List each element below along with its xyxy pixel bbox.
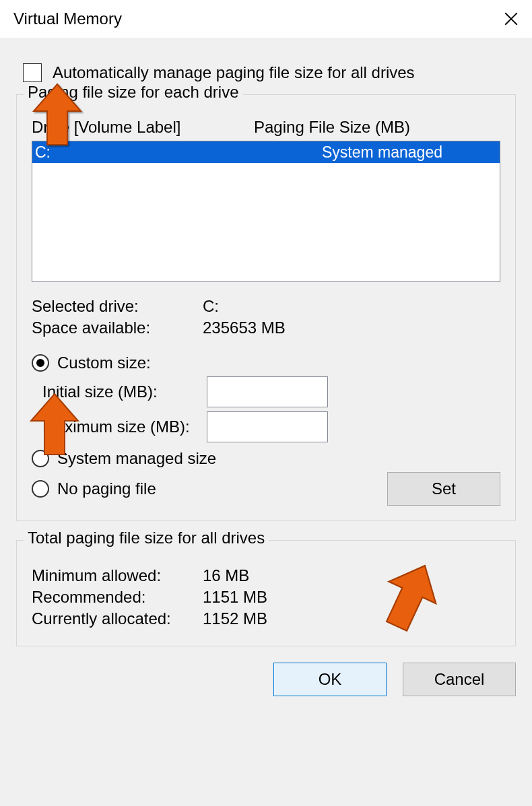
recommended-value: 1151 MB (203, 588, 500, 607)
custom-size-radio[interactable] (32, 354, 49, 372)
dialog-body: Automatically manage paging file size fo… (0, 38, 532, 806)
custom-size-label[interactable]: Custom size: (57, 354, 151, 372)
maximum-size-input[interactable] (207, 411, 328, 442)
no-paging-radio[interactable] (32, 480, 49, 498)
titlebar: Virtual Memory (0, 0, 532, 38)
space-available-value: 235653 MB (203, 318, 500, 337)
space-available-label: Space available: (32, 318, 203, 337)
initial-size-label: Initial size (MB): (32, 382, 207, 401)
recommended-label: Recommended: (32, 588, 203, 607)
drive-row-drive: C: (32, 141, 322, 163)
per-drive-legend: Paging file size for each drive (24, 83, 243, 102)
totals-legend: Total paging file size for all drives (24, 529, 269, 547)
system-managed-label[interactable]: System managed size (57, 449, 216, 468)
currently-allocated-label: Currently allocated: (32, 609, 203, 628)
no-paging-label[interactable]: No paging file (57, 479, 156, 498)
currently-allocated-value: 1152 MB (203, 609, 500, 628)
selected-drive-value: C: (203, 297, 500, 316)
auto-manage-label[interactable]: Automatically manage paging file size fo… (53, 63, 415, 82)
drive-header-col1: Drive [Volume Label] (32, 118, 254, 137)
per-drive-group: Paging file size for each drive Drive [V… (16, 94, 516, 521)
drive-list[interactable]: C: System managed (32, 141, 500, 282)
set-button[interactable]: Set (387, 472, 500, 506)
close-icon[interactable] (502, 10, 520, 28)
drive-header-col2: Paging File Size (MB) (254, 118, 500, 137)
initial-size-input[interactable] (207, 376, 328, 407)
cancel-button[interactable]: Cancel (403, 663, 516, 696)
min-allowed-label: Minimum allowed: (32, 566, 203, 585)
drive-row[interactable]: C: System managed (32, 141, 500, 163)
auto-manage-checkbox[interactable] (23, 63, 42, 82)
drive-row-size: System managed (322, 141, 500, 163)
system-managed-radio[interactable] (32, 450, 49, 467)
ok-button[interactable]: OK (273, 663, 387, 696)
maximum-size-label: Maximum size (MB): (32, 417, 207, 436)
totals-group: Total paging file size for all drives Mi… (16, 540, 516, 646)
selected-drive-label: Selected drive: (32, 297, 203, 316)
min-allowed-value: 16 MB (203, 566, 500, 585)
drive-list-header: Drive [Volume Label] Paging File Size (M… (32, 118, 500, 137)
title-label: Virtual Memory (13, 9, 122, 28)
